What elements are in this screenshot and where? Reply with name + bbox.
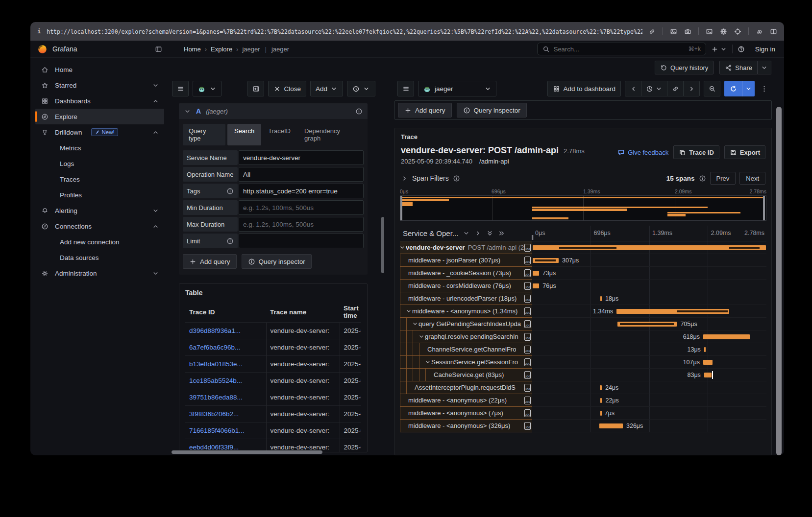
add-to-dashboard-button[interactable]: Add to dashboard <box>547 81 621 96</box>
refresh-button[interactable] <box>724 81 742 96</box>
search-box[interactable]: ⌘+k <box>537 43 706 55</box>
trace-id-link[interactable]: 3f9f836b206b2... <box>189 410 239 418</box>
sidebar-item-alerting[interactable]: Alerting <box>35 203 164 218</box>
crosshair-icon[interactable] <box>734 28 741 35</box>
log-icon[interactable]: LOG <box>524 422 531 430</box>
info-icon[interactable] <box>355 108 363 115</box>
sidebar-item-administration[interactable]: Administration <box>35 265 164 281</box>
span-timeline-cell[interactable]: 326μs <box>532 420 766 432</box>
trace-id-link[interactable]: 1ce185ab5524b... <box>189 377 242 384</box>
log-icon[interactable]: LOG <box>524 244 531 252</box>
span-timeline-cell[interactable]: 22μs <box>532 394 766 407</box>
log-icon[interactable]: LOG <box>524 409 531 417</box>
field-input-limit[interactable] <box>239 234 364 248</box>
span-timeline-cell[interactable]: 18μs <box>532 292 766 305</box>
give-feedback-link[interactable]: Give feedback <box>617 149 668 156</box>
chevron-down-icon[interactable] <box>152 270 159 277</box>
query-inspector-button[interactable]: Query inspector <box>242 254 312 269</box>
span-name-cell[interactable]: middleware - urlencodedParser (18μs)LOG <box>400 292 532 305</box>
chevron-up-icon[interactable] <box>152 223 159 230</box>
log-icon[interactable]: LOG <box>524 282 531 290</box>
span-duration-bar[interactable] <box>533 271 539 276</box>
info-icon[interactable] <box>226 188 234 195</box>
breadcrumb-explore[interactable]: Explore <box>211 46 232 53</box>
sidebar-item-metrics[interactable]: Metrics <box>35 140 164 156</box>
sidebar-item-logs[interactable]: Logs <box>35 156 164 171</box>
minimap-canvas[interactable] <box>400 195 766 221</box>
chevron-down-icon[interactable] <box>152 82 159 89</box>
chevron-up-icon[interactable] <box>152 97 159 105</box>
span-name-cell[interactable]: graphql.resolve pendingSearchInLOG <box>400 330 532 343</box>
grafana-logo[interactable] <box>37 44 48 54</box>
sidebar-item-drilldown[interactable]: DrilldownNew! <box>35 124 164 140</box>
prev-span-button[interactable]: Prev <box>710 172 736 185</box>
log-icon[interactable]: LOG <box>524 307 531 315</box>
share-dropdown-button[interactable] <box>758 61 771 74</box>
sidebar-item-home[interactable]: Home <box>35 62 164 77</box>
zoom-out-button[interactable] <box>704 81 720 96</box>
add-panel-button[interactable]: Add <box>310 81 343 96</box>
info-icon[interactable] <box>699 175 706 182</box>
sign-in-button[interactable]: Sign in <box>755 46 775 53</box>
collapse-all-icon[interactable] <box>486 230 493 237</box>
trace-id-link[interactable]: 7166185f4066b1... <box>189 427 245 434</box>
span-name-cell[interactable]: middleware - <anonymous> (22μs)LOG <box>400 394 532 407</box>
col-trace-id[interactable]: Trace ID <box>185 302 266 323</box>
query-row-header[interactable]: A (jaeger) <box>179 103 368 119</box>
span-name-cell[interactable]: middleware - <anonymous> (326μs)LOG <box>400 420 532 432</box>
span-name-cell[interactable]: ChannelService.getChannelFroLOG <box>400 343 532 356</box>
minimap-drag-handle-right[interactable] <box>763 196 765 220</box>
breadcrumb-jaeger[interactable]: jaeger <box>242 46 260 53</box>
log-icon[interactable]: LOG <box>524 320 531 328</box>
span-duration-bar[interactable] <box>703 334 750 339</box>
sidebar-item-starred[interactable]: Starred <box>35 77 164 93</box>
sidebar-item-traces[interactable]: Traces <box>35 171 164 187</box>
more-options-button[interactable] <box>759 85 770 93</box>
sidebar-item-explore[interactable]: Explore <box>35 109 164 124</box>
horizontal-scrollbar[interactable] <box>172 450 322 454</box>
add-query-button[interactable]: Add query <box>183 254 237 269</box>
chevron-down-icon[interactable] <box>418 333 425 340</box>
chevron-up-icon[interactable] <box>152 129 159 136</box>
log-icon[interactable]: LOG <box>524 346 531 353</box>
expand-all-icon[interactable] <box>498 230 505 237</box>
span-duration-bar[interactable] <box>703 360 713 365</box>
time-back-button[interactable] <box>625 81 641 96</box>
span-name-cell[interactable]: query GetPendingSearchIndexUpdaLOG <box>400 318 532 330</box>
log-icon[interactable]: LOG <box>524 269 531 277</box>
span-filters-label[interactable]: Span Filters <box>412 174 449 182</box>
span-timeline-cell[interactable]: 83μs <box>532 369 766 381</box>
log-icon[interactable]: LOG <box>524 333 531 341</box>
log-icon[interactable]: LOG <box>524 397 531 404</box>
col-start-time[interactable]: Start time <box>340 302 361 323</box>
terminal-icon[interactable] <box>706 28 713 35</box>
breadcrumb-home[interactable]: Home <box>184 46 201 53</box>
info-icon[interactable] <box>453 175 460 182</box>
span-timeline-cell[interactable]: 24μs <box>532 381 766 394</box>
close-pane-button[interactable]: Close <box>268 81 306 96</box>
datasource-picker-left[interactable] <box>193 81 221 96</box>
trace-id-link[interactable]: 39751b86eda88... <box>189 394 243 401</box>
span-name-cell[interactable]: middleware - _cookieSession (73μs)LOG <box>400 267 532 280</box>
span-timeline-cell[interactable]: 7μs <box>532 407 766 420</box>
sidebar-toggle-icon[interactable] <box>155 46 162 53</box>
image-icon[interactable] <box>670 28 677 35</box>
next-span-button[interactable]: Next <box>739 172 765 185</box>
sidebar-item-add-new-connection[interactable]: Add new connection <box>35 234 164 250</box>
puzzle-icon[interactable] <box>756 28 763 35</box>
sidebar-item-profiles[interactable]: Profiles <box>35 187 164 203</box>
col-trace-name[interactable]: Trace name <box>266 302 340 323</box>
chevron-right-icon[interactable] <box>401 175 408 182</box>
span-name-cell[interactable]: vendure-dev-serverPOST /admin-api (2LOG <box>400 241 532 254</box>
span-duration-bar[interactable] <box>704 347 706 352</box>
service-operation-column-header[interactable]: Service & Oper... <box>400 226 532 241</box>
span-duration-bar[interactable] <box>600 296 602 301</box>
copy-link-button[interactable] <box>667 81 684 96</box>
split-icon[interactable] <box>770 28 777 35</box>
span-timeline-cell[interactable]: 107μs <box>532 356 766 369</box>
chevron-down-icon[interactable] <box>424 358 431 366</box>
chevron-down-icon[interactable] <box>405 307 412 315</box>
chevron-down-icon[interactable] <box>463 230 470 237</box>
left-pane-scrollbar[interactable] <box>381 217 384 273</box>
span-name-cell[interactable]: CacheService.get (83μs)LOG <box>400 369 532 381</box>
